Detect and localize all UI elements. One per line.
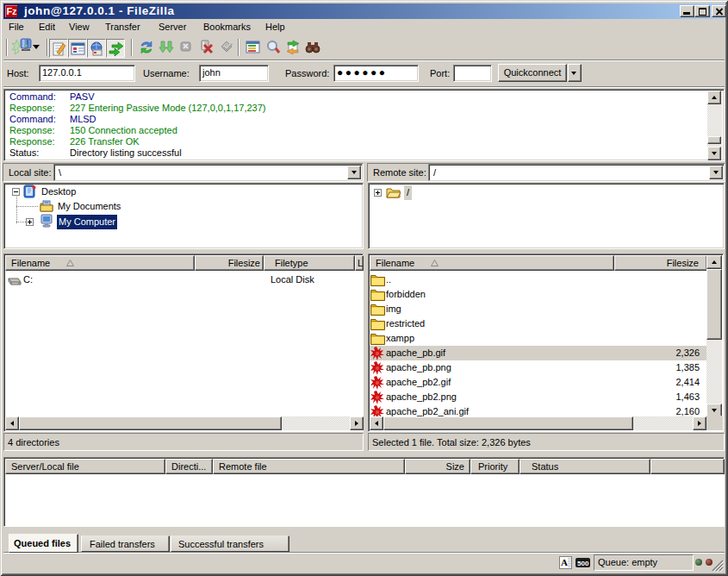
svg-text:500: 500 bbox=[577, 560, 589, 567]
svg-text:A: A bbox=[561, 557, 568, 567]
svg-text:Fz: Fz bbox=[6, 6, 17, 16]
